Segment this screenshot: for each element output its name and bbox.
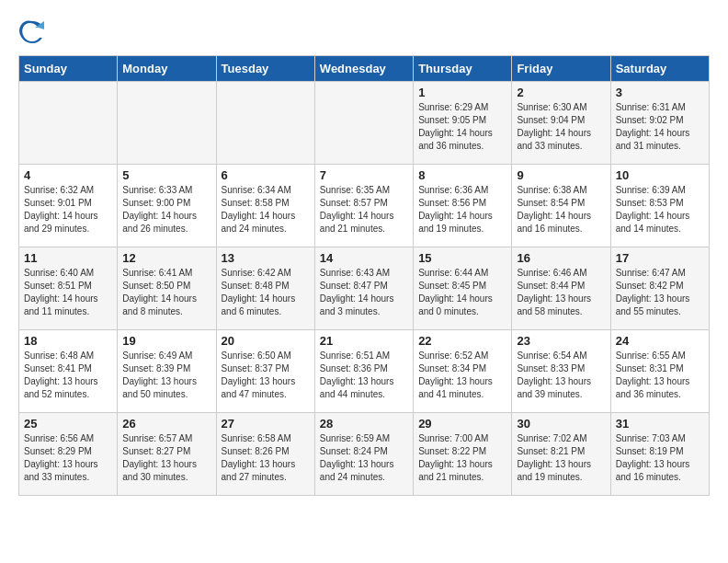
day-cell: 15Sunrise: 6:44 AM Sunset: 8:45 PM Dayli… bbox=[414, 247, 512, 330]
day-cell: 7Sunrise: 6:35 AM Sunset: 8:57 PM Daylig… bbox=[314, 165, 413, 247]
day-number: 20 bbox=[222, 334, 310, 348]
day-cell: 1Sunrise: 6:29 AM Sunset: 9:05 PM Daylig… bbox=[414, 82, 512, 165]
day-info: Sunrise: 6:48 AM Sunset: 8:41 PM Dayligh… bbox=[24, 350, 98, 399]
day-number: 7 bbox=[320, 168, 408, 182]
day-cell bbox=[19, 82, 118, 165]
header-row: SundayMondayTuesdayWednesdayThursdayFrid… bbox=[19, 56, 710, 82]
day-info: Sunrise: 6:41 AM Sunset: 8:50 PM Dayligh… bbox=[122, 268, 197, 316]
day-info: Sunrise: 6:43 AM Sunset: 8:47 PM Dayligh… bbox=[320, 268, 394, 316]
day-cell: 6Sunrise: 6:34 AM Sunset: 8:58 PM Daylig… bbox=[216, 165, 314, 247]
day-info: Sunrise: 6:47 AM Sunset: 8:42 PM Dayligh… bbox=[616, 268, 690, 316]
day-cell: 27Sunrise: 6:58 AM Sunset: 8:26 PM Dayli… bbox=[216, 413, 314, 496]
day-cell: 18Sunrise: 6:48 AM Sunset: 8:41 PM Dayli… bbox=[19, 330, 118, 413]
day-number: 3 bbox=[616, 86, 704, 99]
day-cell: 11Sunrise: 6:40 AM Sunset: 8:51 PM Dayli… bbox=[19, 247, 118, 330]
day-info: Sunrise: 6:55 AM Sunset: 8:31 PM Dayligh… bbox=[616, 350, 690, 399]
day-cell: 10Sunrise: 6:39 AM Sunset: 8:53 PM Dayli… bbox=[610, 165, 709, 247]
day-info: Sunrise: 6:31 AM Sunset: 9:02 PM Dayligh… bbox=[616, 102, 690, 151]
day-cell: 29Sunrise: 7:00 AM Sunset: 8:22 PM Dayli… bbox=[414, 413, 512, 496]
day-info: Sunrise: 6:36 AM Sunset: 8:56 PM Dayligh… bbox=[418, 185, 493, 234]
day-info: Sunrise: 6:30 AM Sunset: 9:04 PM Dayligh… bbox=[517, 102, 591, 151]
day-info: Sunrise: 6:59 AM Sunset: 8:24 PM Dayligh… bbox=[320, 433, 394, 482]
header-cell-thursday: Thursday bbox=[414, 56, 512, 82]
day-cell: 30Sunrise: 7:02 AM Sunset: 8:21 PM Dayli… bbox=[512, 413, 610, 496]
day-number: 1 bbox=[418, 86, 506, 99]
day-number: 12 bbox=[122, 251, 210, 265]
header-cell-saturday: Saturday bbox=[610, 56, 709, 82]
day-info: Sunrise: 6:42 AM Sunset: 8:48 PM Dayligh… bbox=[222, 268, 296, 316]
day-cell: 31Sunrise: 7:03 AM Sunset: 8:19 PM Dayli… bbox=[610, 413, 709, 496]
day-number: 28 bbox=[320, 417, 408, 431]
day-cell: 28Sunrise: 6:59 AM Sunset: 8:24 PM Dayli… bbox=[314, 413, 413, 496]
calendar-table: SundayMondayTuesdayWednesdayThursdayFrid… bbox=[18, 55, 710, 496]
day-cell: 2Sunrise: 6:30 AM Sunset: 9:04 PM Daylig… bbox=[512, 82, 610, 165]
day-number: 26 bbox=[122, 417, 210, 431]
day-cell bbox=[314, 82, 413, 165]
day-cell: 25Sunrise: 6:56 AM Sunset: 8:29 PM Dayli… bbox=[19, 413, 118, 496]
day-cell bbox=[118, 82, 216, 165]
week-row-1: 1Sunrise: 6:29 AM Sunset: 9:05 PM Daylig… bbox=[19, 82, 710, 165]
day-info: Sunrise: 6:50 AM Sunset: 8:37 PM Dayligh… bbox=[222, 350, 296, 399]
day-number: 17 bbox=[616, 251, 704, 265]
day-info: Sunrise: 6:39 AM Sunset: 8:53 PM Dayligh… bbox=[616, 185, 690, 234]
day-info: Sunrise: 7:02 AM Sunset: 8:21 PM Dayligh… bbox=[517, 433, 591, 482]
day-number: 19 bbox=[122, 334, 210, 348]
day-number: 22 bbox=[418, 334, 506, 348]
header-cell-friday: Friday bbox=[512, 56, 610, 82]
logo bbox=[18, 18, 50, 46]
day-cell: 23Sunrise: 6:54 AM Sunset: 8:33 PM Dayli… bbox=[512, 330, 610, 413]
day-info: Sunrise: 6:29 AM Sunset: 9:05 PM Dayligh… bbox=[418, 102, 493, 151]
week-row-4: 18Sunrise: 6:48 AM Sunset: 8:41 PM Dayli… bbox=[19, 330, 710, 413]
logo-icon bbox=[18, 18, 46, 46]
day-number: 29 bbox=[418, 417, 506, 431]
day-cell: 20Sunrise: 6:50 AM Sunset: 8:37 PM Dayli… bbox=[216, 330, 314, 413]
day-number: 16 bbox=[517, 251, 605, 265]
day-info: Sunrise: 6:32 AM Sunset: 9:01 PM Dayligh… bbox=[24, 185, 98, 234]
day-info: Sunrise: 6:57 AM Sunset: 8:27 PM Dayligh… bbox=[122, 433, 197, 482]
day-number: 9 bbox=[517, 168, 605, 182]
day-info: Sunrise: 6:49 AM Sunset: 8:39 PM Dayligh… bbox=[122, 350, 197, 399]
day-number: 5 bbox=[122, 168, 210, 182]
day-cell: 4Sunrise: 6:32 AM Sunset: 9:01 PM Daylig… bbox=[19, 165, 118, 247]
day-cell: 5Sunrise: 6:33 AM Sunset: 9:00 PM Daylig… bbox=[118, 165, 216, 247]
day-cell: 24Sunrise: 6:55 AM Sunset: 8:31 PM Dayli… bbox=[610, 330, 709, 413]
header-cell-sunday: Sunday bbox=[19, 56, 118, 82]
week-row-5: 25Sunrise: 6:56 AM Sunset: 8:29 PM Dayli… bbox=[19, 413, 710, 496]
day-number: 2 bbox=[517, 86, 605, 99]
day-info: Sunrise: 7:03 AM Sunset: 8:19 PM Dayligh… bbox=[616, 433, 690, 482]
header-cell-monday: Monday bbox=[118, 56, 216, 82]
day-number: 31 bbox=[616, 417, 704, 431]
day-cell: 17Sunrise: 6:47 AM Sunset: 8:42 PM Dayli… bbox=[610, 247, 709, 330]
day-info: Sunrise: 6:35 AM Sunset: 8:57 PM Dayligh… bbox=[320, 185, 394, 234]
day-number: 15 bbox=[418, 251, 506, 265]
day-number: 24 bbox=[616, 334, 704, 348]
day-cell: 26Sunrise: 6:57 AM Sunset: 8:27 PM Dayli… bbox=[118, 413, 216, 496]
day-info: Sunrise: 6:46 AM Sunset: 8:44 PM Dayligh… bbox=[517, 268, 591, 316]
day-cell: 14Sunrise: 6:43 AM Sunset: 8:47 PM Dayli… bbox=[314, 247, 413, 330]
day-cell: 9Sunrise: 6:38 AM Sunset: 8:54 PM Daylig… bbox=[512, 165, 610, 247]
day-number: 10 bbox=[616, 168, 704, 182]
day-number: 27 bbox=[222, 417, 310, 431]
day-info: Sunrise: 6:58 AM Sunset: 8:26 PM Dayligh… bbox=[222, 433, 296, 482]
day-cell: 3Sunrise: 6:31 AM Sunset: 9:02 PM Daylig… bbox=[610, 82, 709, 165]
day-cell: 21Sunrise: 6:51 AM Sunset: 8:36 PM Dayli… bbox=[314, 330, 413, 413]
day-info: Sunrise: 6:56 AM Sunset: 8:29 PM Dayligh… bbox=[24, 433, 98, 482]
day-cell: 22Sunrise: 6:52 AM Sunset: 8:34 PM Dayli… bbox=[414, 330, 512, 413]
day-cell: 19Sunrise: 6:49 AM Sunset: 8:39 PM Dayli… bbox=[118, 330, 216, 413]
day-info: Sunrise: 6:51 AM Sunset: 8:36 PM Dayligh… bbox=[320, 350, 394, 399]
day-info: Sunrise: 7:00 AM Sunset: 8:22 PM Dayligh… bbox=[418, 433, 493, 482]
day-number: 21 bbox=[320, 334, 408, 348]
day-number: 25 bbox=[24, 417, 112, 431]
week-row-2: 4Sunrise: 6:32 AM Sunset: 9:01 PM Daylig… bbox=[19, 165, 710, 247]
day-number: 30 bbox=[517, 417, 605, 431]
day-number: 4 bbox=[24, 168, 112, 182]
day-info: Sunrise: 6:34 AM Sunset: 8:58 PM Dayligh… bbox=[222, 185, 296, 234]
day-number: 23 bbox=[517, 334, 605, 348]
header-cell-tuesday: Tuesday bbox=[216, 56, 314, 82]
page-header bbox=[18, 18, 710, 46]
day-number: 6 bbox=[222, 168, 310, 182]
day-cell: 12Sunrise: 6:41 AM Sunset: 8:50 PM Dayli… bbox=[118, 247, 216, 330]
day-info: Sunrise: 6:44 AM Sunset: 8:45 PM Dayligh… bbox=[418, 268, 493, 316]
day-info: Sunrise: 6:38 AM Sunset: 8:54 PM Dayligh… bbox=[517, 185, 591, 234]
day-cell: 16Sunrise: 6:46 AM Sunset: 8:44 PM Dayli… bbox=[512, 247, 610, 330]
